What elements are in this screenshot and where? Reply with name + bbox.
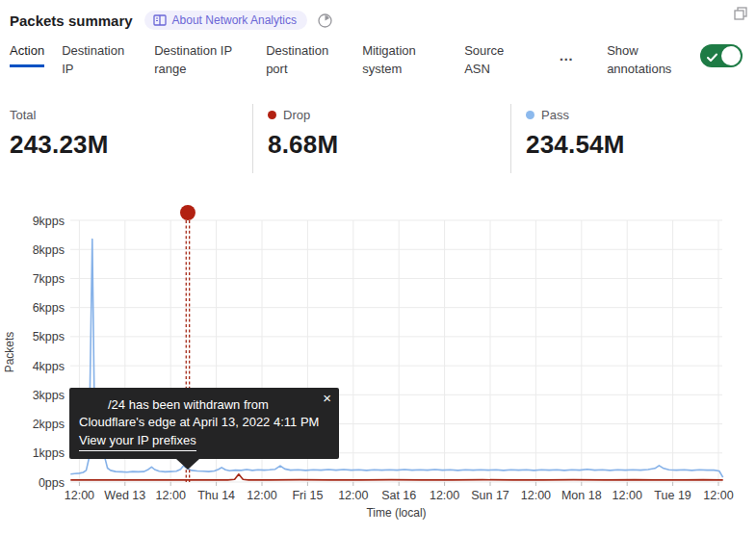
x-tick-label: Sun 17 — [471, 489, 509, 502]
y-tick-label: 6kpps — [33, 301, 65, 315]
x-tick-label: 12:00 — [521, 489, 551, 502]
tab-source-asn[interactable]: Source ASN — [464, 42, 514, 79]
tab-destination-port[interactable]: Destination port — [266, 42, 345, 79]
x-tick-label: Tue 19 — [654, 489, 691, 502]
stat-value: 8.68M — [268, 130, 510, 160]
y-tick-label: 5kpps — [33, 330, 65, 343]
y-tick-label: 7kpps — [33, 272, 65, 286]
badge-label: About Network Analytics — [172, 13, 297, 27]
tab-label: Action — [10, 42, 44, 67]
stat-label: Drop — [283, 108, 310, 122]
view-ip-prefixes-link[interactable]: View your IP prefixes — [79, 432, 196, 451]
y-tick-label: 2kpps — [33, 418, 65, 431]
page-title: Packets summary — [10, 13, 133, 29]
book-icon — [153, 14, 167, 26]
x-tick-label: Sat 16 — [381, 489, 416, 502]
packets-chart: 9kpps8kpps7kpps6kpps5kpps4kpps3kpps2kpps… — [0, 192, 756, 529]
stat-label: Pass — [541, 108, 569, 122]
stat-total: Total243.23M — [10, 104, 252, 173]
tooltip-line1: /24 has been withdrawn from — [79, 396, 329, 414]
tab-destination-ip-range[interactable]: Destination IP range — [154, 42, 248, 79]
more-tabs-button[interactable]: … — [559, 42, 574, 70]
toggle-knob — [721, 46, 741, 65]
about-network-analytics-badge[interactable]: About Network Analytics — [144, 11, 307, 30]
card-header: Packets summary About Network Analytics — [10, 8, 746, 33]
tab-label: Mitigation system — [362, 43, 416, 76]
tab-label: Source ASN — [464, 43, 504, 76]
stats-row: Total243.23MDrop8.68MPass234.54M — [10, 104, 742, 173]
y-tick-label: 3kpps — [33, 389, 65, 402]
x-tick-label: 12:00 — [247, 489, 276, 502]
stat-pass: Pass234.54M — [510, 104, 742, 173]
pass-legend-dot — [526, 111, 534, 119]
popout-icon[interactable] — [733, 6, 748, 25]
x-tick-label: Mon 18 — [561, 489, 602, 502]
y-tick-label: 8kpps — [33, 243, 65, 257]
drop-legend-dot — [268, 111, 276, 119]
close-icon[interactable]: × — [323, 390, 331, 407]
x-tick-label: 12:00 — [156, 489, 186, 502]
tooltip-line2: Cloudflare's edge at April 13, 2022 4:11… — [79, 414, 329, 431]
show-annotations-toggle[interactable] — [700, 44, 743, 67]
annotation-tooltip: × /24 has been withdrawn from Cloudflare… — [69, 388, 339, 459]
x-tick-label: 12:00 — [430, 489, 459, 502]
annotation-marker[interactable] — [180, 205, 196, 220]
x-tick-label: 12:00 — [338, 489, 368, 502]
y-tick-label: 1kpps — [33, 446, 65, 460]
y-tick-label: 0pps — [39, 476, 65, 490]
series-drop-line — [70, 474, 722, 480]
stat-value: 243.23M — [10, 130, 252, 160]
x-tick-label: 12:00 — [703, 489, 733, 502]
tab-action[interactable]: Action — [10, 42, 44, 67]
stat-label: Total — [10, 108, 36, 122]
time-range-icon[interactable] — [317, 13, 333, 29]
y-axis-title: Packets — [3, 332, 16, 373]
x-axis-title: Time (local) — [366, 506, 426, 520]
x-tick-label: Thu 14 — [197, 489, 235, 502]
x-tick-label: Wed 13 — [104, 489, 145, 502]
y-tick-label: 9kpps — [33, 215, 65, 228]
tab-destination-ip[interactable]: Destination IP — [62, 42, 137, 79]
tab-label: Destination port — [266, 43, 328, 76]
tab-label: Destination IP range — [154, 43, 232, 76]
stat-value: 234.54M — [526, 130, 742, 160]
dimension-tabs: ActionDestination IPDestination IP range… — [10, 42, 756, 79]
y-tick-label: 4kpps — [33, 360, 65, 373]
x-tick-label: Fri 15 — [292, 489, 323, 502]
show-annotations-label: Show annotations — [607, 42, 683, 79]
stat-drop: Drop8.68M — [252, 104, 510, 173]
x-tick-label: 12:00 — [613, 489, 642, 502]
x-tick-label: 12:00 — [65, 489, 94, 502]
check-icon — [707, 50, 717, 68]
tab-mitigation-system[interactable]: Mitigation system — [362, 42, 447, 79]
tab-label: Destination IP — [62, 43, 124, 76]
